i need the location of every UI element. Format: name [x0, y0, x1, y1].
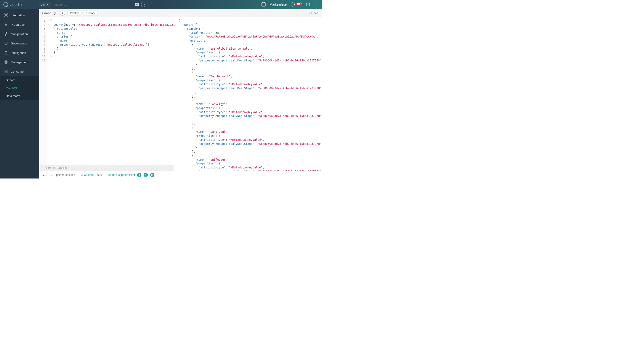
manipulation-icon	[4, 32, 8, 36]
sidebar-item-governance[interactable]: Governance	[0, 39, 39, 48]
history-button[interactable]: History	[84, 10, 98, 16]
query-editor[interactable]: 1234567891011 ▾▾▾ { search(query: "+hubs…	[39, 17, 174, 165]
sidebar-sub-graphql[interactable]: GraphQL	[0, 84, 39, 92]
more-menu-icon[interactable]	[314, 2, 318, 6]
prettify-button[interactable]: Prettify	[68, 10, 82, 16]
notifications-button[interactable]: 249	[299, 3, 302, 6]
search-scope-tag[interactable]: all	[134, 3, 139, 6]
chevron-down-icon	[47, 4, 48, 5]
sidebar-item-label: Management	[11, 60, 28, 64]
preparation-icon	[4, 22, 8, 26]
sidebar-item-intelligence[interactable]: Intelligence	[0, 48, 39, 57]
help-icon[interactable]: ?	[306, 3, 310, 6]
search-input[interactable]	[55, 3, 134, 6]
linkedin-icon[interactable]: in	[150, 173, 154, 177]
sidebar-item-label: Intelligence	[11, 51, 26, 54]
brand-name: cluedin	[10, 2, 22, 7]
topbar-right: Marketplace 249 ?	[262, 2, 322, 6]
line-gutter: 1234567891011	[39, 17, 48, 165]
result-fold-gutter: ▾▾▾▾	[174, 17, 176, 171]
main-content: GraphiQL Prettify History Docs 123456789…	[39, 9, 322, 178]
logo-icon	[3, 2, 8, 7]
query-pane: 1234567891011 ▾▾▾ { search(query: "+hubs…	[39, 17, 174, 171]
year-label: 2019	[96, 173, 102, 177]
svg-point-4	[7, 16, 8, 17]
sidebar-item-manipulation[interactable]: Manipulation	[0, 29, 39, 39]
graphiql-panes: 1234567891011 ▾▾▾ { search(query: "+hubs…	[39, 17, 322, 171]
execute-button[interactable]	[60, 10, 65, 16]
query-text[interactable]: { search(query: "+hubspot.deal.DealStage…	[49, 17, 173, 165]
sidebar-item-label: Manipulation	[11, 32, 28, 36]
support-ticket-link[interactable]: Submit a support ticket	[106, 173, 135, 177]
sidebar-sub-stream[interactable]: Stream	[0, 76, 39, 84]
search-filter-dropdown[interactable]: All	[39, 2, 50, 7]
sidebar-item-label: Consume	[11, 70, 24, 73]
docs-toggle[interactable]: Docs	[308, 11, 319, 15]
sidebar-item-consume[interactable]: Consume	[0, 67, 39, 76]
svg-point-3	[4, 16, 5, 17]
intelligence-icon	[4, 51, 8, 55]
integration-icon	[4, 13, 8, 17]
twitter-icon[interactable]: t	[137, 173, 141, 177]
topbar: cluedin All all Marketplace 249 ?	[0, 0, 322, 9]
svg-point-2	[7, 14, 8, 14]
sidebar-item-label: Integration	[11, 13, 25, 17]
brand-logo[interactable]: cluedin	[0, 2, 39, 7]
sidebar-sub-datamarts[interactable]: Data Marts	[0, 92, 39, 100]
svg-point-6	[5, 60, 7, 62]
result-viewer[interactable]: { "data": { "search": { "totalResults": …	[176, 17, 322, 171]
graphiql-toolbar: GraphiQL Prettify History Docs	[39, 9, 322, 17]
sidebar-item-preparation[interactable]: Preparation	[0, 20, 39, 29]
governance-icon	[4, 41, 8, 45]
sidebar-item-integration[interactable]: Integration	[0, 10, 39, 20]
copyright-link[interactable]: © CluedIn	[81, 173, 94, 177]
sidebar-item-management[interactable]: Management	[0, 57, 39, 67]
search-bar: all	[53, 2, 144, 7]
svg-point-5	[5, 51, 7, 53]
sidebar-item-label: Governance	[11, 41, 27, 45]
marketplace-link[interactable]: Marketplace	[270, 3, 287, 6]
query-variables-bar[interactable]: QUERY VARIABLES	[39, 165, 174, 171]
footer: V. 2.1.370-golden-solution – © CluedIn 2…	[39, 171, 322, 178]
svg-point-1	[4, 14, 5, 14]
sidebar-item-label: Preparation	[11, 23, 26, 26]
graphiql-title: GraphiQL	[42, 11, 58, 15]
notification-badge: 249	[296, 3, 301, 5]
marketplace-icon[interactable]	[262, 2, 266, 6]
filter-label: All	[41, 3, 44, 6]
management-icon	[4, 60, 8, 64]
version-label: V. 2.1.370-golden-solution	[43, 173, 75, 177]
facebook-icon[interactable]: f	[144, 173, 148, 177]
search-icon[interactable]	[141, 3, 144, 6]
sync-icon[interactable]	[291, 2, 295, 6]
result-pane: ▾▾▾▾ { "data": { "search": { "totalResul…	[174, 17, 322, 171]
consume-icon	[4, 69, 8, 73]
sidebar: Integration Preparation Manipulation Gov…	[0, 9, 39, 178]
